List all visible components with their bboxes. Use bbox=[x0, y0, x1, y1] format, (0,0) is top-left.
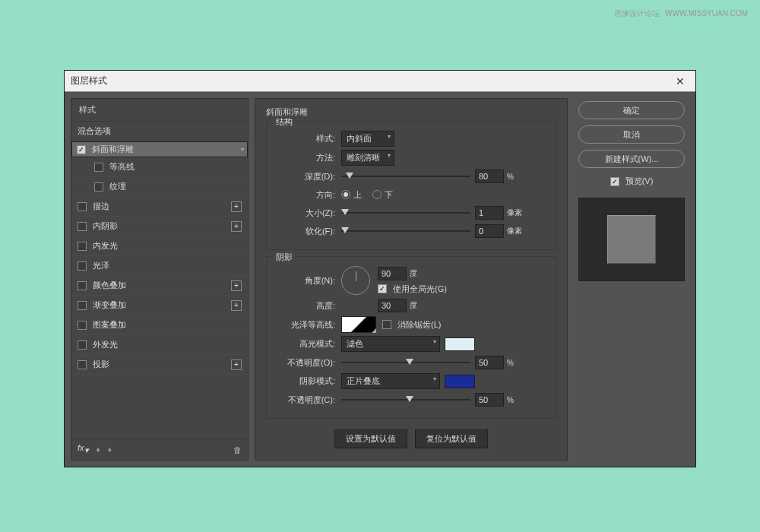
dialog-title: 图层样式 bbox=[71, 74, 107, 87]
shadow-opacity-slider[interactable] bbox=[341, 394, 470, 405]
sidebar-item[interactable]: 渐变叠加+ bbox=[71, 296, 248, 315]
up-icon[interactable]: ♦ bbox=[97, 445, 100, 454]
size-slider[interactable] bbox=[341, 207, 470, 218]
style-checkbox[interactable] bbox=[94, 182, 103, 192]
sidebar-item-label: 描边 bbox=[93, 201, 109, 212]
settings-panel: 斜面和浮雕 结构 样式: 内斜面 方法: 雕刻清晰 深度(D): 80 % 方向… bbox=[255, 98, 568, 461]
fx-icon[interactable]: fx▾ bbox=[78, 443, 89, 455]
shadow-opacity-input[interactable]: 50 bbox=[475, 393, 504, 407]
style-checkbox[interactable] bbox=[78, 222, 87, 231]
sidebar-blending-options[interactable]: 混合选项 bbox=[71, 122, 248, 141]
sidebar-item[interactable]: 等高线 bbox=[71, 157, 248, 177]
sidebar-item-label: 纹理 bbox=[109, 181, 126, 192]
technique-select[interactable]: 雕刻清晰 bbox=[341, 150, 394, 166]
sidebar-item-label: 内发光 bbox=[93, 240, 118, 252]
sidebar-item-label: 光泽 bbox=[93, 260, 109, 271]
soften-slider[interactable] bbox=[341, 226, 470, 236]
preview-box bbox=[578, 198, 685, 281]
watermark-text: 思缘设计论坛 bbox=[614, 9, 660, 17]
preview-label: 预览(V) bbox=[625, 176, 654, 187]
sidebar-item-label: 图案叠加 bbox=[93, 319, 126, 331]
soften-input[interactable]: 0 bbox=[475, 224, 504, 238]
titlebar: 图层样式 ✕ bbox=[65, 71, 695, 92]
shading-group: 阴影 角度(N): 90 度 使用全局光(G) 高度: 30 bbox=[266, 256, 556, 419]
style-select[interactable]: 内斜面 bbox=[341, 131, 394, 147]
sidebar-item[interactable]: 内发光 bbox=[71, 236, 248, 256]
sidebar-footer: fx▾ ♦ ♦ 🗑 bbox=[71, 439, 249, 461]
close-icon[interactable]: ✕ bbox=[671, 74, 689, 89]
sidebar-item[interactable]: 纹理 bbox=[71, 177, 248, 197]
antialias-checkbox[interactable] bbox=[382, 320, 391, 329]
add-icon[interactable]: + bbox=[231, 221, 242, 232]
angle-dial[interactable] bbox=[341, 266, 370, 295]
sidebar-item[interactable]: 描边+ bbox=[71, 197, 248, 217]
make-default-button[interactable]: 设置为默认值 bbox=[334, 429, 407, 448]
style-checkbox[interactable] bbox=[78, 301, 87, 310]
sidebar-item[interactable]: 外发光 bbox=[71, 335, 248, 355]
sidebar-item-label: 斜面和浮雕 bbox=[92, 144, 134, 155]
preview-checkbox[interactable] bbox=[610, 177, 619, 186]
sidebar-item[interactable]: 光泽 bbox=[71, 256, 248, 276]
add-icon[interactable]: + bbox=[231, 300, 242, 311]
add-icon[interactable]: + bbox=[231, 280, 242, 291]
structure-group: 结构 样式: 内斜面 方法: 雕刻清晰 深度(D): 80 % 方向: 上 下 … bbox=[266, 121, 556, 250]
angle-input[interactable]: 90 bbox=[378, 267, 407, 280]
depth-input[interactable]: 80 bbox=[475, 169, 504, 183]
highlight-mode-select[interactable]: 滤色 bbox=[341, 336, 440, 352]
sidebar-item[interactable]: 图案叠加 bbox=[71, 315, 248, 335]
highlight-opacity-slider[interactable] bbox=[341, 357, 470, 368]
global-light-checkbox[interactable] bbox=[378, 284, 387, 293]
style-checkbox[interactable] bbox=[77, 145, 86, 154]
reset-default-button[interactable]: 复位为默认值 bbox=[415, 429, 488, 448]
sidebar-item[interactable]: 内阴影+ bbox=[71, 217, 248, 236]
right-panel: 确定 取消 新建样式(W)... 预览(V) bbox=[574, 98, 689, 461]
sidebar-item-label: 等高线 bbox=[109, 161, 135, 173]
new-style-button[interactable]: 新建样式(W)... bbox=[578, 150, 685, 168]
style-checkbox[interactable] bbox=[78, 321, 87, 330]
preview-swatch bbox=[607, 215, 656, 264]
sidebar-header: 样式 bbox=[71, 99, 248, 122]
sidebar-blending-label: 混合选项 bbox=[78, 125, 111, 137]
altitude-input[interactable]: 30 bbox=[378, 299, 407, 312]
highlight-color-chip[interactable] bbox=[445, 337, 475, 351]
style-checkbox[interactable] bbox=[78, 202, 87, 211]
sidebar-item-label: 颜色叠加 bbox=[93, 280, 126, 291]
style-checkbox[interactable] bbox=[94, 163, 103, 172]
sidebar-item[interactable]: 斜面和浮雕 bbox=[71, 141, 248, 157]
shadow-color-chip[interactable] bbox=[445, 375, 475, 388]
gloss-contour-picker[interactable] bbox=[341, 316, 376, 333]
sidebar-item-label: 渐变叠加 bbox=[93, 299, 126, 311]
layer-style-dialog: 图层样式 ✕ 样式 混合选项 斜面和浮雕等高线纹理描边+内阴影+内发光光泽颜色叠… bbox=[64, 70, 696, 467]
sidebar-item-label: 投影 bbox=[93, 359, 109, 370]
panel-title: 斜面和浮雕 bbox=[266, 106, 556, 118]
down-icon[interactable]: ♦ bbox=[108, 445, 112, 454]
watermark-url: WWW.MISSYUAN.COM bbox=[665, 9, 748, 17]
sidebar-item-label: 内阴影 bbox=[93, 220, 118, 232]
size-input[interactable]: 1 bbox=[475, 206, 504, 220]
highlight-opacity-input[interactable]: 50 bbox=[475, 356, 504, 369]
add-icon[interactable]: + bbox=[231, 359, 242, 370]
cancel-button[interactable]: 取消 bbox=[578, 125, 685, 144]
trash-icon[interactable]: 🗑 bbox=[233, 445, 242, 454]
add-icon[interactable]: + bbox=[231, 201, 242, 212]
sidebar-item[interactable]: 颜色叠加+ bbox=[71, 276, 248, 296]
ok-button[interactable]: 确定 bbox=[578, 101, 685, 119]
style-checkbox[interactable] bbox=[78, 340, 87, 350]
sidebar-item-label: 外发光 bbox=[93, 339, 118, 350]
styles-sidebar: 样式 混合选项 斜面和浮雕等高线纹理描边+内阴影+内发光光泽颜色叠加+渐变叠加+… bbox=[71, 98, 249, 461]
style-checkbox[interactable] bbox=[78, 242, 87, 251]
style-checkbox[interactable] bbox=[78, 281, 87, 290]
sidebar-item[interactable]: 投影+ bbox=[71, 355, 248, 375]
direction-up-radio[interactable] bbox=[341, 190, 350, 199]
direction-down-radio[interactable] bbox=[372, 190, 382, 199]
watermark: 思缘设计论坛 WWW.MISSYUAN.COM bbox=[611, 8, 748, 19]
depth-slider[interactable] bbox=[341, 171, 470, 182]
shading-legend: 阴影 bbox=[273, 252, 296, 263]
shadow-mode-select[interactable]: 正片叠底 bbox=[341, 373, 440, 389]
structure-legend: 结构 bbox=[273, 116, 296, 128]
style-checkbox[interactable] bbox=[78, 261, 87, 271]
style-checkbox[interactable] bbox=[78, 360, 87, 369]
